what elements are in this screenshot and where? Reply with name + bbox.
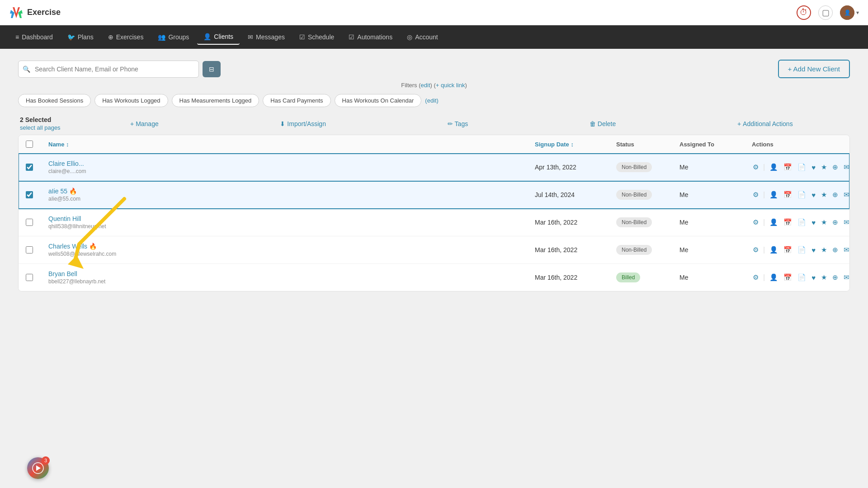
filter-tag-card-payments[interactable]: Has Card Payments	[263, 94, 330, 107]
additional-actions-button[interactable]: + Additional Actions	[737, 120, 793, 127]
document-action-btn[interactable]: 📄	[797, 217, 807, 227]
email-action-btn[interactable]: ✉	[843, 190, 850, 200]
client-name[interactable]: Bryan Bell	[48, 270, 535, 277]
manage-button[interactable]: + Manage	[130, 120, 159, 127]
user-menu[interactable]: 👤 ▾	[840, 5, 859, 20]
row-checkbox[interactable]	[26, 191, 33, 198]
profile-action-btn[interactable]: 👤	[769, 272, 779, 282]
row-checkbox-cell	[26, 246, 48, 253]
import-icon: ⬇	[280, 120, 285, 127]
filter-tag-measurements-logged[interactable]: Has Measurements Logged	[172, 94, 259, 107]
email-action-btn[interactable]: ✉	[843, 245, 850, 255]
nav-item-dashboard[interactable]: ≡ Dashboard	[9, 30, 59, 44]
heart-action-btn[interactable]: ♥	[811, 190, 816, 200]
signup-date: Mar 16th, 2022	[535, 274, 616, 281]
filter-tag-booked-sessions[interactable]: Has Booked Sessions	[18, 94, 91, 107]
main-content: 🔍 ⊟ + Add New Client Filters (edit) (+ q…	[0, 49, 868, 488]
filter-icon: ⊟	[209, 66, 214, 73]
star-action-btn[interactable]: ★	[820, 190, 828, 200]
window-icon[interactable]: ▢	[818, 5, 833, 20]
filters-edit-link[interactable]: edit	[421, 82, 430, 89]
calendar-action-btn[interactable]: 📅	[783, 245, 793, 255]
calendar-action-btn[interactable]: 📅	[783, 190, 793, 200]
settings-action-btn[interactable]: ⚙	[752, 190, 760, 200]
star-action-btn[interactable]: ★	[820, 217, 828, 227]
plus-action-btn[interactable]: ⊕	[831, 272, 839, 282]
select-all-checkbox[interactable]	[26, 141, 33, 148]
user-avatar[interactable]: 👤	[840, 5, 854, 20]
heart-action-btn[interactable]: ♥	[811, 163, 816, 172]
actions-cell: ⚙ | 👤 📅 📄 ♥ ★ ⊕ ✉	[752, 245, 842, 255]
settings-action-btn[interactable]: ⚙	[752, 217, 760, 227]
th-name[interactable]: Name ↕	[48, 141, 535, 148]
top-bar: Exercise ⏱ ▢ 👤 ▾	[0, 0, 868, 25]
client-name[interactable]: Charles Wells 🔥	[48, 243, 535, 250]
nav-item-messages[interactable]: ✉ Messages	[241, 30, 291, 44]
settings-action-btn[interactable]: ⚙	[752, 272, 760, 282]
status-badge: Non-Billed	[616, 245, 652, 255]
profile-action-btn[interactable]: 👤	[769, 190, 779, 200]
filter-tags-edit-link[interactable]: (edit)	[425, 97, 439, 104]
calendar-action-btn[interactable]: 📅	[783, 217, 793, 227]
nav-item-clients[interactable]: 👤 Clients	[197, 29, 240, 45]
nav-item-account[interactable]: ◎ Account	[401, 30, 444, 44]
import-assign-button[interactable]: ⬇ Import/Assign	[280, 120, 326, 127]
calendar-action-btn[interactable]: 📅	[783, 162, 793, 172]
plus-action-btn[interactable]: ⊕	[831, 190, 839, 200]
groups-icon: 👥	[158, 33, 165, 41]
email-action-btn[interactable]: ✉	[843, 272, 850, 282]
client-name[interactable]: aIie 55 🔥	[48, 188, 535, 195]
settings-action-btn[interactable]: ⚙	[752, 245, 760, 255]
profile-action-btn[interactable]: 👤	[769, 245, 779, 255]
delete-button[interactable]: 🗑 Delete	[590, 120, 616, 127]
heart-action-btn[interactable]: ♥	[811, 245, 816, 255]
filters-quick-link[interactable]: + quick link	[436, 82, 465, 89]
document-action-btn[interactable]: 📄	[797, 190, 807, 200]
calendar-action-btn[interactable]: 📅	[783, 272, 793, 282]
tags-button[interactable]: ✏ Tags	[448, 120, 468, 127]
add-new-client-button[interactable]: + Add New Client	[778, 60, 850, 78]
nav-item-schedule[interactable]: ☑ Schedule	[293, 30, 340, 44]
status-badge: Non-Billed	[616, 162, 652, 172]
settings-action-btn[interactable]: ⚙	[752, 162, 760, 172]
filter-tag-workouts-calendar[interactable]: Has Workouts On Calendar	[335, 94, 422, 107]
nav-item-automations[interactable]: ☑ Automations	[342, 30, 399, 44]
email-action-btn[interactable]: ✉	[843, 162, 850, 172]
document-action-btn[interactable]: 📄	[797, 272, 807, 282]
star-action-btn[interactable]: ★	[820, 162, 828, 172]
row-checkbox[interactable]	[26, 274, 33, 281]
nav-item-groups[interactable]: 👥 Groups	[151, 30, 195, 44]
select-all-pages-link[interactable]: select all pages	[20, 124, 61, 131]
document-action-btn[interactable]: 📄	[797, 245, 807, 255]
document-action-btn[interactable]: 📄	[797, 162, 807, 172]
plus-action-btn[interactable]: ⊕	[831, 162, 839, 172]
filter-tag-workouts-logged[interactable]: Has Workouts Logged	[94, 94, 168, 107]
plus-action-btn[interactable]: ⊕	[831, 245, 839, 255]
row-checkbox[interactable]	[26, 246, 33, 253]
star-action-btn[interactable]: ★	[820, 272, 828, 282]
th-signup-date[interactable]: Signup Date ↕	[535, 141, 616, 148]
client-name[interactable]: Claire Ellio...	[48, 160, 535, 167]
nav-item-plans[interactable]: 🐦 Plans	[61, 30, 100, 44]
profile-action-btn[interactable]: 👤	[769, 217, 779, 227]
search-input[interactable]	[18, 61, 199, 78]
tag-edit-icon: ✏	[448, 120, 453, 127]
floating-action-button[interactable]: 3	[27, 457, 49, 479]
profile-action-btn[interactable]: 👤	[769, 162, 779, 172]
floating-badge: 3	[42, 456, 50, 465]
nav-item-exercises[interactable]: ⊕ Exercises	[102, 30, 150, 44]
client-name[interactable]: Quentin Hill	[48, 215, 535, 222]
row-checkbox[interactable]	[26, 164, 33, 171]
star-action-btn[interactable]: ★	[820, 245, 828, 255]
plus-action-btn[interactable]: ⊕	[831, 217, 839, 227]
timer-icon[interactable]: ⏱	[797, 5, 811, 20]
user-dropdown-arrow[interactable]: ▾	[856, 9, 859, 16]
row-checkbox[interactable]	[26, 219, 33, 226]
heart-action-btn[interactable]: ♥	[811, 218, 816, 227]
heart-action-btn[interactable]: ♥	[811, 273, 816, 282]
status-badge: Non-Billed	[616, 217, 652, 227]
email-action-btn[interactable]: ✉	[843, 217, 850, 227]
delete-icon: 🗑	[590, 120, 596, 127]
plans-icon: 🐦	[67, 33, 75, 41]
filter-button[interactable]: ⊟	[203, 61, 221, 77]
